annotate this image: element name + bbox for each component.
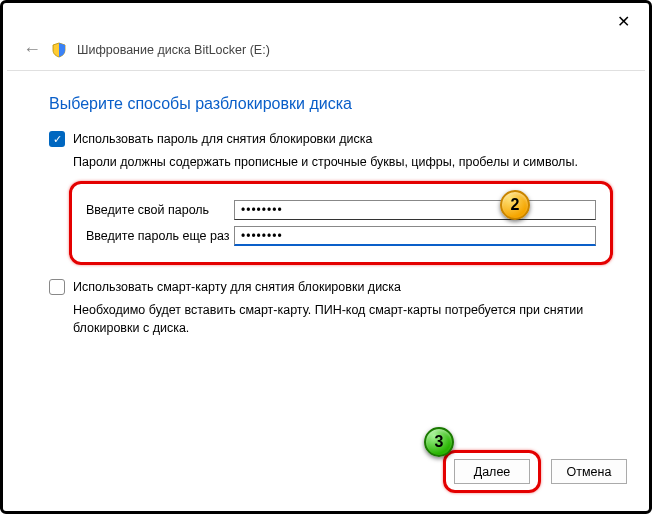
password-fields-group: 2 Введите свой пароль Введите пароль еще… bbox=[69, 181, 613, 265]
next-button-highlight: 3 Далее bbox=[443, 450, 541, 493]
callout-badge-2: 2 bbox=[500, 190, 530, 220]
password-input-2[interactable] bbox=[234, 226, 596, 246]
breadcrumb-text: Шифрование диска BitLocker (E:) bbox=[77, 43, 270, 57]
back-arrow-icon[interactable]: ← bbox=[23, 39, 41, 60]
smartcard-help-text: Необходимо будет вставить смарт-карту. П… bbox=[73, 301, 603, 337]
callout-badge-3: 3 bbox=[424, 427, 454, 457]
use-password-checkbox[interactable]: ✓ bbox=[49, 131, 65, 147]
breadcrumb: ← Шифрование диска BitLocker (E:) bbox=[3, 39, 649, 70]
password-label-1: Введите свой пароль bbox=[86, 203, 234, 217]
close-button[interactable]: ✕ bbox=[603, 6, 643, 36]
password-label-2: Введите пароль еще раз bbox=[86, 229, 234, 243]
cancel-button[interactable]: Отмена bbox=[551, 459, 627, 484]
use-smartcard-checkbox[interactable] bbox=[49, 279, 65, 295]
bitlocker-shield-icon bbox=[51, 42, 67, 58]
password-input-1[interactable] bbox=[234, 200, 596, 220]
page-title: Выберите способы разблокировки диска bbox=[49, 95, 603, 113]
titlebar: ✕ bbox=[3, 3, 649, 39]
next-button[interactable]: Далее bbox=[454, 459, 530, 484]
use-smartcard-label: Использовать смарт-карту для снятия блок… bbox=[73, 280, 401, 294]
use-password-label: Использовать пароль для снятия блокировк… bbox=[73, 132, 372, 146]
password-help-text: Пароли должны содержать прописные и стро… bbox=[73, 153, 603, 171]
